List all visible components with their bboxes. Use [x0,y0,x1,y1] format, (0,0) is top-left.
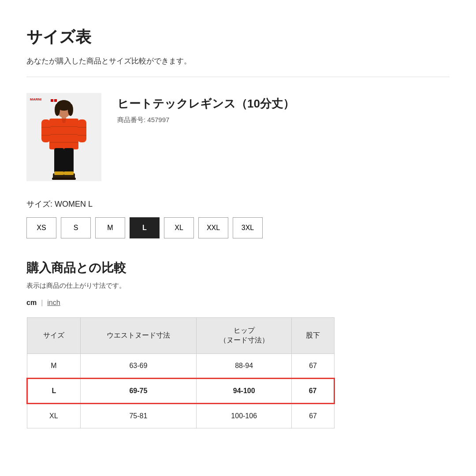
col-header-size: サイズ [27,318,81,354]
svg-point-8 [68,104,73,116]
product-illustration: MARNI [26,93,101,181]
cell-inseam-l: 67 [292,378,335,403]
cell-inseam-xl: 67 [292,403,335,428]
product-number: 商品番号: 457997 [117,116,294,124]
svg-rect-26 [63,178,76,180]
cell-hip-m: 88-94 [197,353,292,378]
table-row: XL 75-81 100-106 67 [27,403,335,428]
cell-size-xl: XL [27,403,81,428]
svg-rect-3 [51,99,53,102]
comparison-note: 表示は商品の仕上がり寸法です。 [26,282,450,290]
unit-toggle: cm | inch [26,299,450,307]
col-header-waist: ウエストヌード寸法 [80,318,197,354]
size-button-3xl[interactable]: 3XL [233,217,263,238]
svg-rect-22 [64,148,74,175]
col-header-inseam: 股下 [292,318,335,354]
unit-divider: | [41,299,43,307]
size-label: サイズ: WOMEN L [26,199,450,209]
size-button-xl[interactable]: XL [164,217,194,238]
col-header-hip: ヒップ（ヌード寸法） [197,318,292,354]
cell-size-m: M [27,353,81,378]
product-section: MARNI [26,93,450,181]
svg-rect-18 [78,119,86,142]
size-buttons-container: XS S M L XL XXL 3XL [26,217,450,238]
size-button-xxl[interactable]: XXL [198,217,228,238]
svg-rect-27 [54,171,64,175]
cell-size-l: L [27,378,81,403]
cell-hip-xl: 100-106 [197,403,292,428]
svg-rect-28 [64,171,74,175]
section-divider [26,77,450,77]
unit-cm[interactable]: cm [26,299,37,307]
size-button-m[interactable]: M [95,217,125,238]
table-row-highlighted: L 69-75 94-100 67 [27,378,335,403]
unit-inch[interactable]: inch [47,299,60,307]
svg-point-7 [55,104,60,116]
comparison-title: 購入商品との比較 [26,260,450,276]
page-subtitle: あなたが購入した商品とサイズ比較ができます。 [26,56,450,66]
cell-hip-l: 94-100 [197,378,292,403]
svg-rect-10 [49,119,78,149]
page-title: サイズ表 [26,26,450,48]
product-image: MARNI [26,93,101,181]
cell-waist-xl: 75-81 [80,403,197,428]
svg-rect-4 [54,99,57,102]
svg-rect-15 [41,119,50,142]
cell-waist-l: 69-75 [80,378,197,403]
table-row: M 63-69 88-94 67 [27,353,335,378]
product-info: ヒートテックレギンス（10分丈） 商品番号: 457997 [117,93,294,124]
size-button-l[interactable]: L [130,217,160,238]
size-button-xs[interactable]: XS [26,217,56,238]
size-table: サイズ ウエストヌード寸法 ヒップ（ヌード寸法） 股下 M 63-69 88-9… [26,317,335,428]
cell-inseam-m: 67 [292,353,335,378]
svg-text:MARNI: MARNI [30,97,41,101]
svg-rect-21 [54,148,64,175]
product-name: ヒートテックレギンス（10分丈） [117,97,294,112]
cell-waist-m: 63-69 [80,353,197,378]
table-header-row: サイズ ウエストヌード寸法 ヒップ（ヌード寸法） 股下 [27,318,335,354]
size-button-s[interactable]: S [61,217,91,238]
